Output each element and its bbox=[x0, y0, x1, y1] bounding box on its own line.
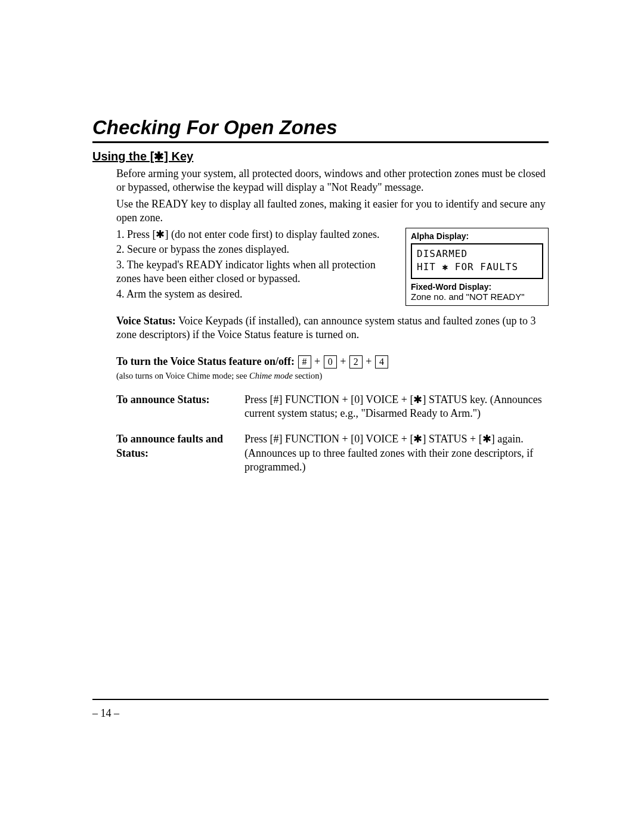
step-item: 2. Secure or bypass the zones displayed. bbox=[116, 243, 395, 256]
voice-toggle-note: (also turns on Voice Chime mode; see Chi… bbox=[116, 371, 549, 381]
announce-status-text: Press [#] FUNCTION + [0] VOICE + [✱] STA… bbox=[244, 393, 549, 421]
page-number: – 14 – bbox=[0, 707, 644, 720]
steps-list: 1. Press [✱] (do not enter code first) t… bbox=[116, 228, 395, 302]
fixed-word-label: Fixed-Word Display: bbox=[411, 282, 543, 292]
note-italic: Chime mode bbox=[249, 371, 293, 380]
announce-faults-label: To announce faults and Status: bbox=[116, 432, 244, 474]
lcd-screen: DISARMED HIT ✱ FOR FAULTS bbox=[411, 243, 543, 279]
page-title: Checking For Open Zones bbox=[92, 116, 549, 139]
key-separator: + bbox=[363, 355, 374, 367]
lcd-line-2: HIT ✱ FOR FAULTS bbox=[417, 261, 537, 274]
footer-rule bbox=[92, 699, 549, 700]
note-suffix: section) bbox=[293, 371, 323, 380]
voice-toggle-label: To turn the Voice Status feature on/off: bbox=[116, 355, 295, 367]
announce-faults-text: Press [#] FUNCTION + [0] VOICE + [✱] STA… bbox=[244, 432, 549, 474]
keypad-key-4: 4 bbox=[375, 355, 388, 368]
keypad-key-0: 0 bbox=[324, 355, 337, 368]
key-separator: + bbox=[312, 355, 323, 367]
announce-status-label: To announce Status: bbox=[116, 393, 244, 421]
intro-paragraph-2: Use the READY key to display all faulted… bbox=[116, 197, 549, 224]
alpha-display-label: Alpha Display: bbox=[411, 231, 543, 241]
keypad-key-hash: # bbox=[298, 355, 311, 368]
note-prefix: (also turns on Voice Chime mode; see bbox=[116, 371, 249, 380]
key-separator: + bbox=[338, 355, 349, 367]
voice-status-text: Voice Keypads (if installed), can announ… bbox=[116, 315, 536, 340]
section-heading: Using the [✱] Key bbox=[92, 149, 549, 163]
voice-status-label: Voice Status: bbox=[116, 315, 176, 327]
step-item: 4. Arm the system as desired. bbox=[116, 287, 395, 301]
intro-paragraph-1: Before arming your system, all protected… bbox=[116, 167, 549, 194]
lcd-line-1: DISARMED bbox=[417, 247, 537, 261]
step-item: 3. The keypad's READY indicator lights w… bbox=[116, 258, 395, 286]
keypad-key-2: 2 bbox=[349, 355, 363, 368]
voice-toggle-row: To turn the Voice Status feature on/off:… bbox=[116, 355, 549, 368]
display-panel: Alpha Display: DISARMED HIT ✱ FOR FAULTS… bbox=[405, 228, 549, 306]
fixed-word-text: Zone no. and "NOT READY" bbox=[411, 292, 543, 302]
voice-status-paragraph: Voice Status: Voice Keypads (if installe… bbox=[116, 314, 549, 342]
title-rule bbox=[92, 141, 549, 143]
step-item: 1. Press [✱] (do not enter code first) t… bbox=[116, 228, 395, 241]
